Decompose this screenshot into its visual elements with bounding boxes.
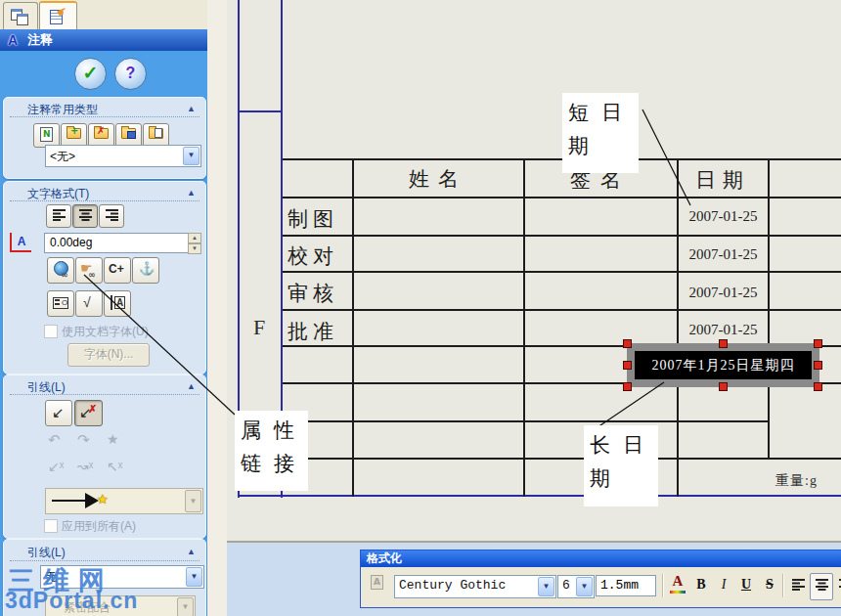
callout-text: 链接 (241, 452, 307, 475)
chevron-down-icon[interactable]: ▼ (576, 577, 593, 596)
chevron-down-icon[interactable]: ▼ (183, 147, 199, 165)
spinner-down-icon[interactable]: ▼ (188, 243, 201, 254)
toolbar-align-right-button[interactable] (834, 573, 841, 598)
table-line (283, 235, 841, 237)
chevron-down-icon[interactable]: ▼ (186, 567, 202, 587)
bent-leader-icon: ↝ˣ (77, 459, 93, 474)
row-label: 审核 (288, 280, 338, 307)
chain-icon: ∞ (61, 270, 68, 280)
col-header-date: 日期 (678, 166, 768, 194)
selection-handle[interactable] (719, 382, 728, 391)
strikethrough-button[interactable]: S (759, 573, 780, 598)
collapse-arrow-icon[interactable]: ▲ (187, 547, 196, 556)
selection-handle[interactable] (623, 339, 632, 348)
selection-handle[interactable] (814, 382, 822, 391)
arrow-line-icon (52, 500, 85, 502)
callout-text: 长日 (590, 433, 656, 457)
font-size-combo[interactable]: 6 ▼ (557, 575, 595, 598)
toolbar-align-left-button[interactable] (787, 573, 809, 598)
callout-text: 短日 (568, 101, 635, 124)
text-height-input[interactable]: 1.5mm (596, 575, 656, 596)
insert-hyperlink-button[interactable]: ∞ (47, 257, 74, 284)
selection-handle[interactable] (814, 361, 822, 370)
italic-button[interactable]: I (714, 573, 733, 598)
table-line (283, 309, 841, 311)
straight-leader-icon: ↙ˣ (48, 459, 64, 474)
tab-feature-manager[interactable] (3, 2, 38, 29)
use-doc-font-label: 使用文档字体(U) (62, 324, 149, 340)
toolbar-separator (782, 574, 784, 597)
use-doc-font-checkbox[interactable] (44, 325, 58, 338)
font-button[interactable]: 字体(N)... (67, 343, 150, 367)
chevron-down-icon: ▼ (185, 490, 201, 512)
bold-button[interactable]: B (690, 573, 712, 598)
panel-header: A 注释 (0, 29, 207, 51)
selected-note-text[interactable]: 2007年1月25日星期四 (635, 351, 812, 379)
selection-handle[interactable] (719, 339, 728, 348)
selected-note-frame[interactable]: 2007年1月25日星期四 (627, 343, 819, 387)
font-button-label: 字体(N)... (84, 347, 134, 361)
callout-text: 期 (568, 134, 601, 157)
bold-icon: B (696, 577, 705, 592)
surface-finish-button[interactable]: √ (75, 290, 103, 317)
date-cell: 2007-01-25 (679, 285, 768, 301)
table-line (352, 158, 354, 497)
selection-handle[interactable] (623, 361, 632, 370)
angle-input[interactable]: 0.00deg (44, 233, 189, 253)
align-center-button[interactable] (72, 204, 98, 228)
toolbar-title-text: 格式化 (367, 551, 402, 565)
angle-value: 0.00deg (50, 236, 92, 249)
folder-add-icon: + (66, 128, 81, 139)
date-cell: 2007-01-25 (679, 322, 768, 338)
add-symbol-button[interactable]: C+ (104, 257, 131, 284)
panel-splitter[interactable] (207, 0, 229, 616)
collapse-arrow-icon[interactable]: ▲ (187, 104, 196, 113)
folder-delete-icon: ✗ (94, 128, 109, 139)
selection-handle[interactable] (623, 382, 632, 391)
align-right-button[interactable] (99, 204, 124, 228)
divider (10, 560, 199, 561)
solidworks-window: ☛ A 注释 ✓ ? 注释常用类型 ▲ N + ✗ <无> ▼ 文字格 (0, 0, 841, 616)
panel-title: 注释 (27, 29, 53, 51)
align-left-button[interactable] (46, 204, 71, 228)
font-color-button[interactable]: A (667, 573, 688, 598)
red-x-icon: ✗ (88, 403, 97, 416)
chain-icon: ∞ (88, 270, 96, 280)
apply-all-checkbox[interactable] (44, 519, 58, 533)
table-line (283, 271, 841, 273)
leader-arrow-icon: ↙ (52, 404, 65, 421)
chevron-down-icon[interactable]: ▼ (538, 577, 554, 596)
new-page-icon: N (40, 127, 53, 142)
selection-handle[interactable] (814, 339, 822, 348)
style-combo[interactable]: <无> ▼ (45, 145, 201, 167)
add-border-button[interactable]: O (47, 290, 74, 317)
zone-letter: F (238, 315, 281, 340)
font-name-combo[interactable]: Century Gothic ▼ (394, 575, 556, 598)
collapse-arrow-icon[interactable]: ▲ (187, 381, 196, 391)
anchor-icon: ⚓ (139, 261, 155, 276)
help-button[interactable]: ? (114, 58, 147, 90)
align-left-icon (52, 209, 66, 221)
underline-button[interactable]: U (735, 573, 757, 598)
align-center-icon (815, 579, 829, 591)
callout-text: 期 (590, 466, 623, 490)
apply-all-label: 应用到所有(A) (62, 518, 136, 535)
toolbar-align-center-button[interactable] (810, 573, 833, 600)
formatting-toolbar-title[interactable]: 格式化 (361, 550, 841, 567)
lock-note-button[interactable]: ⚓ (132, 257, 159, 284)
align-left-icon (791, 579, 806, 591)
windows-icon (17, 14, 28, 25)
angle-spinner[interactable]: ▲ ▼ (188, 233, 201, 253)
arrow-style-combo[interactable]: ★ ▼ (45, 488, 203, 514)
datum-button[interactable]: A (104, 290, 131, 317)
angle-icon: A (10, 233, 31, 252)
zone-divider-line (238, 110, 283, 112)
no-leader-button[interactable]: ↙ ✗ (74, 400, 103, 426)
leader-button[interactable]: ↙ (45, 400, 72, 426)
spinner-up-icon[interactable]: ▲ (188, 233, 201, 243)
collapse-arrow-icon[interactable]: ▲ (187, 188, 196, 198)
ok-button[interactable]: ✓ (74, 58, 107, 90)
chevron-down-icon: ▼ (177, 597, 194, 616)
tab-property-manager[interactable]: ☛ (39, 1, 77, 31)
link-to-property-button[interactable]: ☛∞ (75, 257, 103, 284)
